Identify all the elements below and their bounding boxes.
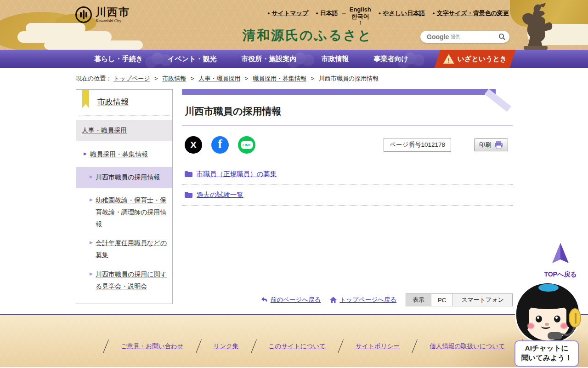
breadcrumb-separator: > (191, 75, 194, 82)
sidebar: 市政情報 人事・職員採用 ▶ 職員採用・募集情報 ▶ 川西市職員の採用情報 ▶ … (76, 89, 173, 304)
content-bottom-nav: 前のページへ戻る トップページへ戻る 表示 PC スマートフォン (261, 293, 513, 306)
sidebar-section-link[interactable]: 人事・職員採用 (82, 126, 127, 134)
sidebar-item-label[interactable]: 川西市職員の採用に関する見学会・説明会 (96, 270, 167, 290)
sidebar-item-kengakukai[interactable]: ▶ 川西市職員の採用に関する見学会・説明会 (76, 262, 172, 293)
breadcrumb-link-saiyo[interactable]: 職員採用・募集情報 (253, 75, 306, 82)
facebook-share-button[interactable]: f (211, 136, 229, 154)
document-links: 市職員（正規職員）の募集 過去の試験一覧 (182, 166, 513, 206)
view-switch-smartphone[interactable]: スマートフォン (452, 294, 512, 306)
view-switch-pc[interactable]: PC (431, 294, 452, 306)
bullet-icon: ● (267, 9, 270, 17)
bubble-line-1: AIチャットに (517, 344, 576, 353)
text-size-background-link[interactable]: 文字サイズ・背景色の変更 (437, 9, 509, 17)
back-to-top-label: TOPへ戻る (544, 270, 577, 279)
nav-item-jigyosha[interactable]: 事業者向け (361, 50, 420, 68)
footer-link-about[interactable]: このサイトについて (269, 342, 326, 351)
mascot-bangs (524, 297, 572, 309)
back-to-top-button[interactable]: TOPへ戻る (544, 243, 577, 279)
slash-divider (251, 339, 257, 353)
language-korean-link[interactable]: 한국어 (351, 13, 369, 20)
sitemap-link[interactable]: サイトマップ (271, 9, 308, 17)
slash-divider (338, 339, 344, 353)
sidebar-section-jinji[interactable]: 人事・職員採用 (76, 120, 172, 141)
previous-page-link-item: 前のページへ戻る (261, 296, 321, 304)
site-header: 川西市 Kawanishi City ● サイトマップ ● 日本語 → Engl… (0, 0, 588, 50)
mascot-mouth (541, 324, 550, 329)
top-page-link[interactable]: トップページへ戻る (339, 296, 396, 304)
sidebar-item-boshu-joho[interactable]: ▶ 職員採用・募集情報 (76, 141, 172, 161)
folder-icon (185, 192, 192, 198)
easy-japanese-link-item: ● やさしい日本語 (379, 9, 425, 17)
triangle-icon: ▶ (90, 196, 93, 204)
sidebar-item-label[interactable]: 会計年度任用職員などの募集 (96, 239, 167, 259)
view-switch-label: 表示 (406, 294, 431, 306)
sidebar-item-yochien[interactable]: ▶ 幼稚園教諭・保育士・保育教諭・調理師の採用情報 (76, 188, 172, 231)
nav-item-shiyakusho[interactable]: 市役所・施設案内 (229, 50, 309, 68)
site-tagline: 清和源氏のふるさと (243, 27, 372, 44)
nav-item-shisei[interactable]: 市政情報 (309, 50, 361, 68)
bullet-icon: ● (316, 9, 318, 17)
language-switcher: ● 日本語 → English 한국어 ⋮ (316, 9, 371, 25)
city-name-en: Kawanishi City (96, 19, 130, 23)
printer-icon (494, 141, 503, 149)
share-row: X f LINE ページ番号1012178 印刷 (182, 136, 513, 154)
doc-link[interactable]: 市職員（正規職員）の募集 (197, 170, 277, 178)
breadcrumb-link-jinji[interactable]: 人事・職員採用 (198, 75, 240, 82)
emergency-label: いざというとき (458, 55, 507, 63)
nav-item-event[interactable]: イベント・観光 (155, 50, 229, 68)
triangle-icon: ▶ (84, 150, 87, 158)
white-cloud-decoration (44, 40, 143, 50)
breadcrumb-link-shisei[interactable]: 市政情報 (162, 75, 186, 82)
text-size-link-item: ● 文字サイズ・背景色の変更 (432, 9, 509, 17)
dotted-divider (79, 115, 170, 115)
bubble-line-2: 聞いてみよう！ (517, 353, 576, 363)
back-arrow-icon (261, 297, 268, 303)
city-name: 川西市 (96, 7, 130, 17)
sidebar-item-label[interactable]: 職員採用・募集情報 (90, 150, 148, 158)
language-current: 日本語 (320, 9, 338, 17)
google-logo: Google (427, 33, 449, 40)
footer-link-contact[interactable]: ご意見・お問い合わせ (121, 342, 184, 351)
nav-item-kurashi[interactable]: 暮らし・手続き (82, 50, 155, 68)
language-english-link[interactable]: English (350, 6, 371, 13)
line-share-button[interactable]: LINE (238, 136, 255, 154)
sidebar-item-label[interactable]: 幼稚園教諭・保育士・保育教諭・調理師の採用情報 (96, 196, 166, 228)
triangle-icon: ▶ (90, 173, 93, 181)
city-crest-icon (75, 6, 92, 23)
x-share-button[interactable]: X (185, 136, 202, 154)
arrow-right-icon: → (341, 9, 347, 16)
search-provided-label: 提供 (451, 34, 498, 40)
nav-item-emergency[interactable]: ! いざというとき (437, 50, 513, 68)
footer-link-links[interactable]: リンク集 (214, 342, 239, 351)
bullet-icon: ● (432, 9, 435, 17)
sidebar-title-link[interactable]: 市政情報 (97, 98, 129, 106)
site-search-box[interactable]: Google 提供 (420, 30, 510, 43)
line-icon: LINE (241, 141, 253, 149)
sidebar-item-current-saiyo-joho[interactable]: ▶ 川西市職員の採用情報 (76, 167, 172, 188)
doc-link[interactable]: 過去の試験一覧 (197, 190, 243, 199)
footer-link-policy[interactable]: サイトポリシー (356, 342, 400, 351)
top-page-link-item: トップページへ戻る (330, 296, 396, 304)
global-nav: 暮らし・手続き イベント・観光 市役所・施設案内 市政情報 事業者向け ! いざ… (0, 50, 588, 68)
slash-divider (103, 339, 109, 353)
mascot-eye (554, 316, 560, 322)
list-item[interactable]: 過去の試験一覧 (182, 186, 513, 206)
main-area: 現在の位置： トップページ > 市政情報 > 人事・職員採用 > 職員採用・募集… (0, 68, 588, 315)
mascot-headset-mic (548, 332, 562, 339)
mascot-speech-bubble: AIチャットに 聞いてみよう！ (514, 340, 579, 367)
previous-page-link[interactable]: 前のページへ戻る (271, 296, 321, 304)
mascot-eye (536, 316, 542, 322)
print-button[interactable]: 印刷 (474, 138, 508, 151)
ai-chat-mascot-button[interactable]: AIチャットに 聞いてみよう！ (514, 283, 581, 364)
list-item[interactable]: 市職員（正規職員）の募集 (182, 166, 513, 185)
mascot-blush (527, 323, 534, 329)
search-icon[interactable] (498, 33, 506, 40)
more-languages-icon[interactable]: ⋮ (358, 20, 362, 26)
page-number-box: ページ番号1012178 (384, 138, 451, 152)
breadcrumb-link-top[interactable]: トップページ (113, 75, 150, 82)
sidebar-item-kaikei-nendo[interactable]: ▶ 会計年度任用職員などの募集 (76, 231, 172, 262)
bookmark-ribbon-icon (82, 90, 89, 108)
site-logo[interactable]: 川西市 Kawanishi City (75, 6, 130, 23)
easy-japanese-link[interactable]: やさしい日本語 (383, 9, 425, 17)
slash-divider (412, 339, 418, 353)
